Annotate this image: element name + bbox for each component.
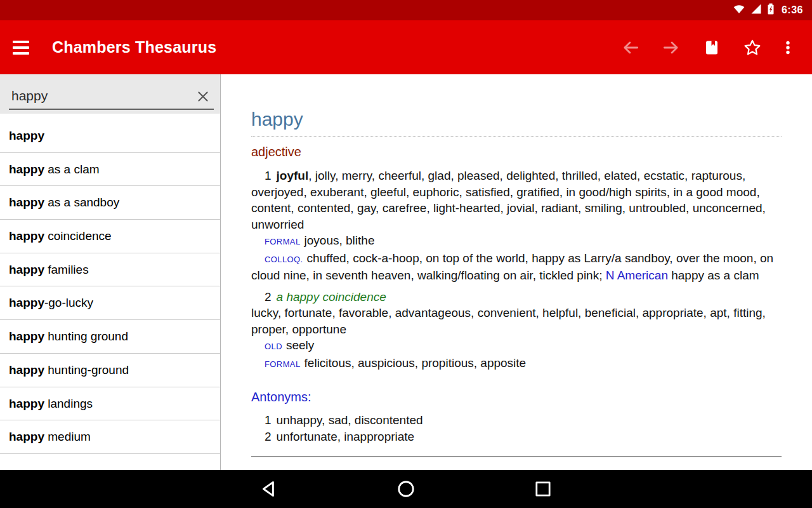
nav-back-icon[interactable]	[259, 479, 278, 498]
suggestion-item[interactable]: happy medium	[0, 420, 220, 454]
suggestion-item[interactable]: happy hunting ground	[0, 320, 220, 354]
register-label: OLD	[265, 342, 282, 351]
sense-2-old-line: OLDseely	[251, 337, 782, 355]
nav-bar	[0, 470, 812, 508]
suggestion-item[interactable]: happy-go-lucky	[0, 286, 220, 320]
search-bar	[0, 74, 220, 114]
overflow-icon[interactable]	[773, 31, 803, 64]
entry-divider	[251, 456, 782, 457]
forward-arrow-icon[interactable]	[651, 31, 691, 64]
sense-2-example: 2a happy coincidence	[251, 289, 782, 305]
status-bar: 6:36	[0, 0, 812, 20]
entry-headword: happy	[251, 109, 782, 137]
antonyms-heading: Antonyms:	[251, 390, 782, 404]
search-field	[9, 86, 214, 110]
back-arrow-icon[interactable]	[610, 31, 651, 64]
nav-home-icon[interactable]	[396, 479, 416, 498]
search-input[interactable]	[9, 86, 192, 107]
battery-charging-icon	[767, 3, 775, 18]
suggestion-item[interactable]: happy as a clam	[0, 153, 220, 187]
screen: 6:36 Chambers Thesaurus	[0, 0, 812, 508]
book-icon[interactable]	[691, 31, 732, 64]
wifi-icon	[733, 3, 745, 18]
sidebar: happy happy as a clam happy as a sandboy…	[0, 74, 221, 470]
register-label: FORMAL	[265, 237, 301, 246]
app-bar: Chambers Thesaurus	[0, 20, 812, 74]
star-icon[interactable]	[732, 31, 773, 64]
sense-2-synonyms: lucky, fortunate, favorable, advantageou…	[251, 305, 782, 337]
status-time: 6:36	[782, 4, 803, 16]
suggestion-list: happy happy as a clam happy as a sandboy…	[0, 119, 220, 454]
suggestion-item[interactable]: happy	[0, 119, 220, 153]
suggestion-item[interactable]: happy coincidence	[0, 220, 220, 253]
antonyms-list: 1unhappy, sad, discontented 2unfortunate…	[251, 412, 782, 445]
antonym-item: 2unfortunate, inappropriate	[251, 429, 782, 445]
app-body: happy happy as a clam happy as a sandboy…	[0, 74, 812, 470]
cell-signal-icon	[750, 3, 763, 18]
part-of-speech: adjective	[251, 145, 782, 159]
suggestion-item[interactable]: happy families	[0, 253, 220, 287]
register-label: FORMAL	[265, 359, 301, 369]
sense-1-colloq-line: COLLOQ.chuffed, cock-a-hoop, on top of t…	[251, 250, 782, 284]
clear-icon[interactable]	[192, 86, 214, 107]
nav-recents-icon[interactable]	[534, 479, 553, 498]
sense-1-formal-line: FORMALjoyous, blithe	[251, 232, 782, 250]
app-title: Chambers Thesaurus	[52, 38, 216, 57]
suggestion-item[interactable]: happy hunting-ground	[0, 354, 220, 387]
entry-panel: happy adjective 1joyful, jolly, merry, c…	[221, 74, 812, 470]
register-label: COLLOQ.	[265, 255, 303, 264]
sense-2-formal-line: FORMALfelicitous, auspicious, propitious…	[251, 355, 782, 373]
sense-1-synonyms: 1joyful, jolly, merry, cheerful, glad, p…	[251, 168, 782, 232]
suggestion-item[interactable]: happy landings	[0, 387, 220, 421]
menu-icon[interactable]	[13, 35, 38, 60]
antonym-item: 1unhappy, sad, discontented	[251, 412, 782, 429]
region-label: N American	[606, 269, 668, 282]
suggestion-item[interactable]: happy as a sandboy	[0, 186, 220, 220]
